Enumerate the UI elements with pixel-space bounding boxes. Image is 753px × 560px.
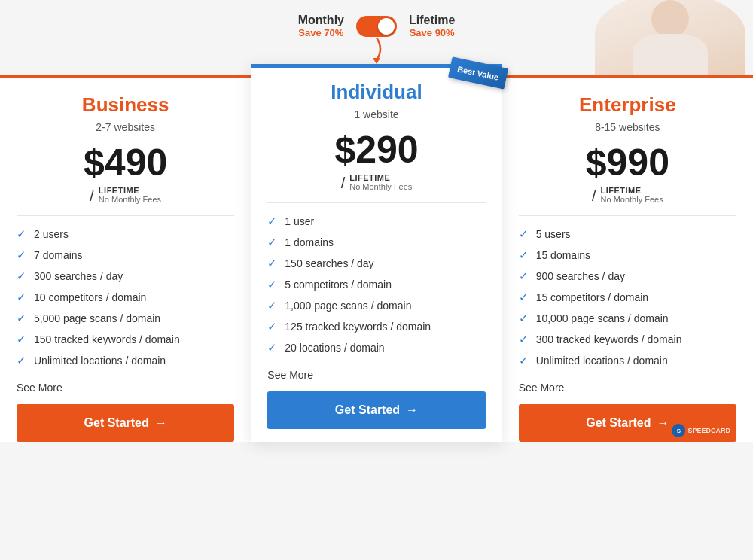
enterprise-feature-5: ✓ 300 tracked keywords / domain [519,329,736,350]
business-feature-2: ✓ 300 searches / day [17,266,234,287]
individual-cta-button[interactable]: Get Started → [267,391,485,429]
lifetime-save-pct: 90% [435,27,455,38]
cards-area: Business 2-7 websites $490 / LIFETIME No… [0,75,753,442]
business-divider [17,215,234,216]
business-sites: 2-7 websites [17,121,234,133]
arrow-right-icon: → [406,403,418,417]
business-feature-1: ✓ 7 domains [17,245,234,266]
individual-price: $290 [334,129,418,171]
business-feature-5: ✓ 150 tracked keywords / domain [17,329,234,350]
enterprise-feature-0: ✓ 5 users [519,224,736,245]
enterprise-feature-1: ✓ 15 domains [519,245,736,266]
monthly-save-pct: 70% [324,27,343,38]
check-icon: ✓ [519,354,529,367]
individual-feature-3: ✓ 5 competitors / domain [267,274,485,295]
individual-feature-5: ✓ 125 tracked keywords / domain [267,316,485,337]
individual-features: ✓ 1 user ✓ 1 domains ✓ 150 searches / da… [267,211,485,358]
enterprise-feature-2: ✓ 900 searches / day [519,266,736,287]
person-image [587,0,753,75]
toggle-knob [378,18,395,35]
business-price-details: / LIFETIME No Monthly Fees [17,186,234,205]
enterprise-features: ✓ 5 users ✓ 15 domains ✓ 900 searches / … [519,224,736,371]
page-wrapper: Monthly Save 70% Lifetime Save 90% [0,0,753,442]
individual-feature-2: ✓ 150 searches / day [267,253,485,274]
individual-feature-1: ✓ 1 domains [267,232,485,253]
business-price: $490 [84,142,167,184]
individual-feature-0: ✓ 1 user [267,211,485,232]
individual-no-monthly: No Monthly Fees [349,182,412,191]
enterprise-card: Enterprise 8-15 websites $990 / LIFETIME… [502,75,753,442]
business-cta-button[interactable]: Get Started → [17,404,234,442]
business-feature-4: ✓ 5,000 page scans / domain [17,308,234,329]
toggle-section: Monthly Save 70% Lifetime Save 90% [298,14,456,38]
enterprise-no-monthly: No Monthly Fees [601,195,663,204]
svg-marker-0 [373,58,380,64]
arrow-right-icon: → [657,416,669,430]
business-features: ✓ 2 users ✓ 7 domains ✓ 300 searches / d… [17,224,234,371]
monthly-option: Monthly Save 70% [298,14,344,38]
check-icon: ✓ [519,291,529,304]
enterprise-feature-6: ✓ Unlimited locations / domain [519,350,736,371]
check-icon: ✓ [519,269,529,283]
business-card: Business 2-7 websites $490 / LIFETIME No… [0,75,251,442]
business-lifetime-info: LIFETIME No Monthly Fees [99,186,161,204]
business-lifetime-label: LIFETIME [99,186,161,195]
enterprise-slash: / [592,187,596,205]
enterprise-divider [519,215,736,216]
check-icon: ✓ [17,333,26,346]
enterprise-feature-3: ✓ 15 competitors / domain [519,287,736,308]
individual-card: Best Value Individual 1 website $290 / L… [251,64,501,442]
business-no-monthly: No Monthly Fees [99,195,161,204]
check-icon: ✓ [267,278,277,291]
business-feature-0: ✓ 2 users [17,224,234,245]
individual-lifetime-label: LIFETIME [349,173,412,182]
check-icon: ✓ [267,257,277,270]
enterprise-price-details: / LIFETIME No Monthly Fees [519,186,736,205]
individual-divider [267,202,485,203]
billing-toggle[interactable] [356,16,397,37]
individual-feature-6: ✓ 20 locations / domain [267,337,485,358]
enterprise-lifetime-label: LIFETIME [601,186,663,195]
individual-feature-4: ✓ 1,000 page scans / domain [267,295,485,316]
lifetime-option: Lifetime Save 90% [409,14,455,38]
enterprise-cta-button[interactable]: Get Started → S SPEEDCARD [519,404,736,442]
check-icon: ✓ [17,291,26,304]
check-icon: ✓ [519,333,529,346]
speedcard-icon: S [672,424,685,437]
speedcard-logo: S SPEEDCARD [672,424,730,437]
business-feature-6: ✓ Unlimited locations / domain [17,350,234,371]
arrow-indicator [365,38,388,67]
enterprise-lifetime-info: LIFETIME No Monthly Fees [601,186,663,204]
check-icon: ✓ [17,312,26,325]
business-plan-name: Business [82,93,169,116]
check-icon: ✓ [17,354,26,367]
enterprise-feature-4: ✓ 10,000 page scans / domain [519,308,736,329]
check-icon: ✓ [17,227,26,241]
check-icon: ✓ [267,215,277,228]
individual-price-details: / LIFETIME No Monthly Fees [267,173,485,192]
check-icon: ✓ [267,341,277,355]
check-icon: ✓ [519,312,529,325]
monthly-label: Monthly [298,14,344,27]
lifetime-save: Save 90% [409,27,455,38]
individual-slash: / [341,175,346,192]
business-see-more[interactable]: See More [17,382,234,394]
individual-sites: 1 website [267,108,485,120]
enterprise-see-more[interactable]: See More [519,382,736,394]
check-icon: ✓ [17,269,26,283]
check-icon: ✓ [17,248,26,262]
business-feature-3: ✓ 10 competitors / domain [17,287,234,308]
check-icon: ✓ [267,299,277,312]
top-bar: Monthly Save 70% Lifetime Save 90% [0,0,753,46]
check-icon: ✓ [519,248,529,262]
individual-plan-name: Individual [331,81,422,103]
check-icon: ✓ [267,236,277,249]
business-slash: / [90,187,94,205]
check-icon: ✓ [267,320,277,333]
enterprise-plan-name: Enterprise [579,93,676,116]
individual-lifetime-info: LIFETIME No Monthly Fees [349,173,412,191]
individual-see-more[interactable]: See More [267,369,485,381]
lifetime-label: Lifetime [409,14,455,27]
enterprise-sites: 8-15 websites [519,121,736,133]
check-icon: ✓ [519,227,529,241]
